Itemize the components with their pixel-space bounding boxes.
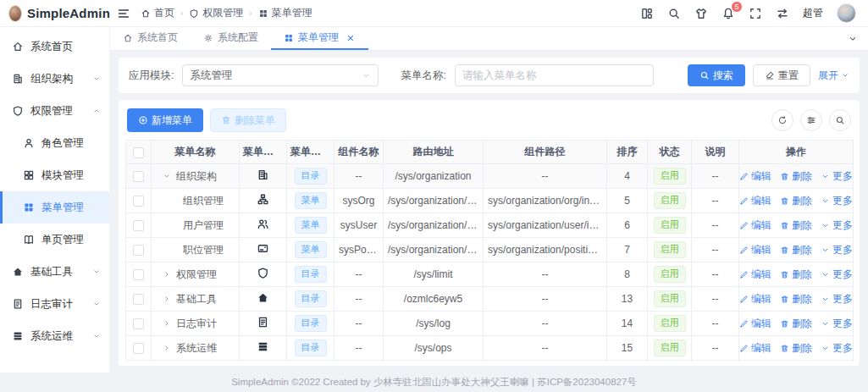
edit-button[interactable]: 编辑 [739,268,771,282]
route-path: /sys/organization/org [384,189,484,213]
col-header-menu-type: 菜单类型 [287,141,334,164]
layout-icon[interactable] [640,7,654,20]
menu-name-input[interactable] [455,64,654,86]
edit-button[interactable]: 编辑 [739,243,771,257]
avatar[interactable] [837,3,856,23]
more-button[interactable]: 更多 [821,341,853,356]
edit-button[interactable]: 编辑 [739,317,771,331]
username-label[interactable]: 超管 [803,6,823,20]
table-row[interactable]: 权限管理 目录 -- /sys/limit -- 8 启用 -- 编辑 [126,262,854,287]
tab-config[interactable]: 系统配置 [191,27,271,50]
notifications-button[interactable]: 5 [721,7,735,20]
row-checkbox[interactable] [133,294,144,305]
log-icon [12,298,24,310]
expand-row-icon[interactable] [163,344,171,352]
delete-button[interactable]: 删除 [780,218,812,233]
search-icon[interactable] [667,7,681,20]
table-row[interactable]: 系统运维 目录 -- /sys/ops -- 15 启用 -- 编辑 [126,336,854,361]
expand-row-icon[interactable] [163,295,171,303]
row-checkbox[interactable] [133,220,144,231]
sort-value: 8 [607,262,648,287]
sidebar-item-logs[interactable]: 日志审计 [0,288,109,320]
row-checkbox[interactable] [133,343,144,354]
more-button[interactable]: 更多 [821,169,853,184]
theme-icon[interactable] [694,7,708,20]
more-button[interactable]: 更多 [821,292,853,306]
close-icon[interactable] [346,33,356,43]
table-row[interactable]: 基础工具 目录 -- /ozmlc6eyw5 -- 13 启用 -- 编 [126,287,854,312]
row-checkbox[interactable] [133,171,144,182]
sort-value: 15 [607,336,648,361]
delete-button[interactable]: 删除 [780,268,812,282]
more-button[interactable]: 更多 [821,268,853,282]
breadcrumb-item-home[interactable]: 首页 [141,6,174,20]
reset-button[interactable]: 重置 [753,64,810,86]
more-button[interactable]: 更多 [821,317,853,331]
column-settings-button[interactable] [800,109,822,131]
table-row[interactable]: 职位管理 菜单 sysPosi... /sys/organization/pos… [126,238,854,262]
expand-row-icon[interactable] [163,319,171,328]
table-row[interactable]: 组织架构 目录 -- /sys/organization -- 4 启用 -- [126,164,854,189]
breadcrumb-item-permission[interactable]: 权限管理 [189,6,243,20]
chevron-down-icon [92,332,101,340]
chevron-down-icon [92,300,101,308]
delete-button[interactable]: 删除 [780,243,812,257]
edit-button[interactable]: 编辑 [739,292,771,306]
select-all-checkbox[interactable] [133,147,144,158]
sidebar-collapse-icon[interactable] [117,7,130,20]
table-row[interactable]: 组织管理 菜单 sysOrg /sys/organization/org sys… [126,189,854,213]
menu-grid-icon [258,8,268,19]
table-row[interactable]: 用户管理 菜单 sysUser /sys/organization/user s… [126,213,854,238]
header-actions: 5 超管 [640,3,868,23]
delete-button[interactable]: 删除 [780,169,812,184]
edit-button[interactable]: 编辑 [739,341,771,356]
table-row[interactable]: 日志审计 目录 -- /sys/log -- 14 启用 -- 编辑 [126,312,854,336]
sidebar-item-modules[interactable]: 模块管理 [0,159,109,191]
more-button[interactable]: 更多 [821,243,853,257]
expand-row-icon[interactable] [163,270,171,279]
app-logo[interactable]: SimpleAdmin [0,5,110,22]
more-button[interactable]: 更多 [821,218,853,233]
sidebar-item-label: 系统首页 [30,40,73,54]
sort-value: 14 [607,312,648,336]
more-button[interactable]: 更多 [821,194,853,208]
delete-menu-button[interactable]: 删除菜单 [210,108,286,132]
chevron-down-icon [821,221,830,230]
tab-options-button[interactable] [838,27,868,50]
sidebar-item-pages[interactable]: 单页管理 [0,224,109,256]
edit-button[interactable]: 编辑 [739,169,771,184]
row-checkbox[interactable] [133,196,144,207]
breadcrumb-item-menu[interactable]: 菜单管理 [258,6,312,20]
description: -- [692,189,739,213]
row-checkbox[interactable] [133,245,144,256]
sidebar-item-ops[interactable]: 系统运维 [0,320,109,352]
refresh-button[interactable] [771,109,793,131]
search-button[interactable]: 搜索 [688,64,745,86]
sidebar-item-permission[interactable]: 权限管理 [0,95,109,127]
add-menu-button[interactable]: 新增菜单 [127,108,203,132]
expand-button[interactable]: 展开 [818,69,849,83]
delete-button[interactable]: 删除 [780,317,812,331]
breadcrumb-label: 菜单管理 [272,6,312,20]
edit-button[interactable]: 编辑 [739,218,771,233]
delete-button[interactable]: 删除 [780,194,812,208]
delete-button[interactable]: 删除 [780,341,812,356]
sidebar-item-roles[interactable]: 角色管理 [0,127,109,159]
tab-home[interactable]: 系统首页 [110,27,191,50]
edit-button[interactable]: 编辑 [739,194,771,208]
sidebar-item-menus[interactable]: 菜单管理 [0,191,109,224]
tab-menu-management[interactable]: 菜单管理 [271,27,368,50]
sidebar-item-organization[interactable]: 组织架构 [0,63,109,95]
sidebar-item-tools[interactable]: 基础工具 [0,256,109,288]
module-select[interactable]: 系统管理 [182,64,379,86]
sidebar-item-label: 权限管理 [30,104,73,119]
fullscreen-icon[interactable] [749,7,762,20]
delete-button[interactable]: 删除 [780,292,812,306]
table-search-button[interactable] [829,109,851,131]
collapse-row-icon[interactable] [163,172,171,180]
sidebar-item-home[interactable]: 系统首页 [0,30,109,63]
component-path: -- [484,164,607,189]
row-checkbox[interactable] [133,318,144,329]
switch-icon[interactable] [776,7,789,20]
row-checkbox[interactable] [133,269,144,280]
